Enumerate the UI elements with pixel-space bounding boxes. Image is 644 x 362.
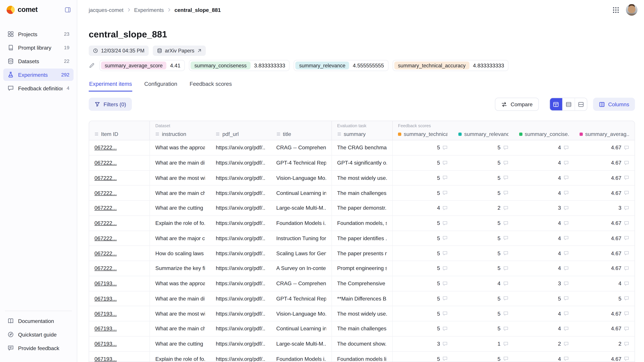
edit-pencil-icon[interactable]: [89, 62, 95, 68]
comment-icon[interactable]: [503, 357, 508, 361]
comment-icon[interactable]: [503, 251, 508, 256]
comment-icon[interactable]: [563, 281, 569, 286]
column-header-summary-concise[interactable]: summary_concise...: [514, 121, 574, 140]
comment-icon[interactable]: [442, 145, 448, 150]
comment-icon[interactable]: [563, 296, 569, 301]
item-id-link[interactable]: 067193...: [94, 296, 117, 302]
filters-button[interactable]: Filters (0): [89, 98, 132, 111]
breadcrumb-item-jacques-comet[interactable]: jacques-comet: [89, 7, 124, 13]
comment-icon[interactable]: [503, 311, 508, 316]
comment-icon[interactable]: [503, 160, 508, 165]
comment-icon[interactable]: [624, 145, 629, 150]
comment-icon[interactable]: [503, 191, 508, 195]
sidebar-item-feedback-definitions[interactable]: Feedback definitions4: [3, 82, 74, 94]
sidebar-collapse-icon[interactable]: [64, 6, 71, 13]
item-id-link[interactable]: 067193...: [94, 311, 117, 317]
comment-icon[interactable]: [503, 145, 508, 150]
comment-icon[interactable]: [442, 341, 448, 346]
item-id-link[interactable]: 067222...: [94, 145, 117, 151]
comment-icon[interactable]: [563, 160, 569, 165]
comment-icon[interactable]: [563, 145, 569, 150]
comment-icon[interactable]: [442, 206, 448, 211]
item-id-link[interactable]: 067222...: [94, 160, 117, 166]
comment-icon[interactable]: [624, 326, 629, 331]
sidebar-item-prompt-library[interactable]: Prompt library19: [3, 41, 74, 54]
comment-icon[interactable]: [563, 236, 569, 241]
comment-icon[interactable]: [442, 281, 448, 286]
item-id-link[interactable]: 067193...: [94, 280, 117, 287]
item-id-link[interactable]: 067193...: [94, 326, 117, 332]
column-header-instruction[interactable]: Datasetinstruction: [150, 121, 210, 140]
apps-grid-icon[interactable]: [612, 6, 619, 13]
avatar[interactable]: [626, 4, 638, 15]
comment-icon[interactable]: [624, 281, 629, 286]
sidebar-item-experiments[interactable]: Experiments292: [3, 68, 74, 81]
feedback-score-chip-summary-conciseness[interactable]: summary_conciseness3.833333333: [189, 60, 290, 71]
sidebar-footer-provide-feedback[interactable]: Provide feedback: [3, 342, 74, 354]
column-header-summary-technica[interactable]: Feedback scoressummary_technica...: [392, 121, 453, 140]
comment-icon[interactable]: [563, 266, 569, 271]
comment-icon[interactable]: [624, 357, 629, 361]
comment-icon[interactable]: [442, 296, 448, 301]
tab-configuration[interactable]: Configuration: [144, 78, 178, 91]
comment-icon[interactable]: [624, 221, 629, 226]
comment-icon[interactable]: [624, 296, 629, 301]
comment-icon[interactable]: [442, 266, 448, 271]
comment-icon[interactable]: [503, 206, 508, 211]
comment-icon[interactable]: [563, 221, 569, 226]
comment-icon[interactable]: [503, 221, 508, 226]
item-id-link[interactable]: 067222...: [94, 175, 117, 181]
comment-icon[interactable]: [503, 236, 508, 241]
sidebar-item-projects[interactable]: Projects23: [3, 28, 74, 40]
item-id-link[interactable]: 067222...: [94, 235, 117, 241]
comment-icon[interactable]: [563, 311, 569, 316]
comment-icon[interactable]: [442, 236, 448, 241]
comment-icon[interactable]: [563, 206, 569, 211]
sidebar-footer-documentation[interactable]: Documentation: [3, 315, 74, 327]
item-id-link[interactable]: 067222...: [94, 190, 117, 196]
comment-icon[interactable]: [442, 326, 448, 331]
sidebar-item-datasets[interactable]: Datasets22: [3, 55, 74, 67]
feedback-score-chip-summary-average-score[interactable]: summary_average_score4.41: [100, 60, 185, 71]
comment-icon[interactable]: [624, 341, 629, 346]
comment-icon[interactable]: [503, 296, 508, 301]
column-header-summary-averag[interactable]: summary_averag...: [574, 121, 634, 140]
compare-button[interactable]: Compare: [495, 98, 539, 111]
item-id-link[interactable]: 067222...: [94, 205, 117, 211]
comment-icon[interactable]: [563, 326, 569, 331]
columns-button[interactable]: Columns: [593, 98, 635, 111]
dataset-chip[interactable]: arXiv Papers: [152, 45, 206, 56]
table-view-icon[interactable]: [550, 98, 562, 110]
comment-icon[interactable]: [624, 191, 629, 195]
item-id-link[interactable]: 067193...: [94, 356, 117, 362]
tab-experiment-items[interactable]: Experiment items: [89, 78, 132, 91]
comment-icon[interactable]: [442, 251, 448, 256]
comment-icon[interactable]: [563, 341, 569, 346]
comment-icon[interactable]: [442, 221, 448, 226]
comment-icon[interactable]: [503, 281, 508, 286]
comment-icon[interactable]: [442, 160, 448, 165]
comment-icon[interactable]: [624, 266, 629, 271]
comment-icon[interactable]: [442, 175, 448, 180]
item-id-link[interactable]: 067222...: [94, 220, 117, 226]
row-view-icon[interactable]: [562, 98, 574, 110]
item-id-link[interactable]: 067193...: [94, 341, 117, 347]
comment-icon[interactable]: [563, 357, 569, 361]
item-id-link[interactable]: 067222...: [94, 250, 117, 256]
column-header-item-id[interactable]: Item ID: [89, 121, 150, 140]
comment-icon[interactable]: [563, 175, 569, 180]
comment-icon[interactable]: [624, 311, 629, 316]
split-view-icon[interactable]: [574, 98, 587, 110]
comment-icon[interactable]: [442, 191, 448, 195]
comment-icon[interactable]: [503, 175, 508, 180]
comment-icon[interactable]: [624, 236, 629, 241]
tab-feedback-scores[interactable]: Feedback scores: [189, 78, 232, 91]
sidebar-footer-quickstart-guide[interactable]: Quickstart guide: [3, 328, 74, 341]
comment-icon[interactable]: [503, 326, 508, 331]
comment-icon[interactable]: [503, 341, 508, 346]
feedback-score-chip-summary-relevance[interactable]: summary_relevance4.555555555: [294, 60, 388, 71]
comment-icon[interactable]: [442, 357, 448, 361]
column-header-summary[interactable]: Evaluation tasksummary: [332, 121, 392, 140]
comment-icon[interactable]: [624, 206, 629, 211]
column-header-summary-relevance[interactable]: summary_relevance: [453, 121, 514, 140]
